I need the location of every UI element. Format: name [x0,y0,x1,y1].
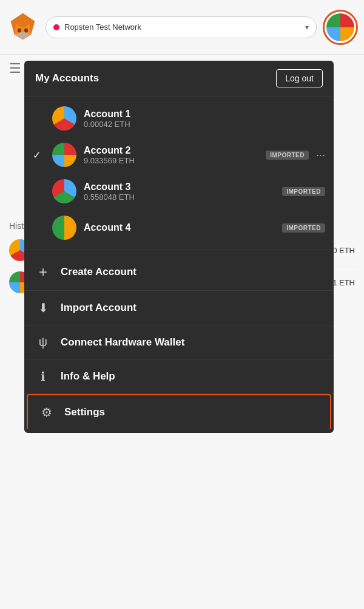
account-balance-2: 9.033569 ETH [84,156,258,165]
account-avatar-button[interactable] [323,10,358,45]
chevron-down-icon: ▾ [305,23,309,32]
avatar [326,13,354,41]
import-account-label: Import Account [61,302,136,314]
hamburger-icon[interactable]: ☰ [9,61,21,77]
account-list: Account 1 0.00042 ETH ✓ Account 2 9.0335… [24,97,334,250]
check-mark-4 [33,222,45,233]
settings-item[interactable]: ⚙ Settings [27,394,331,429]
top-bar: Ropsten Test Network ▾ [0,0,364,55]
network-status-dot [53,24,59,30]
accounts-overlay: My Accounts Log out Account 1 0.00042 ET… [24,61,334,433]
imported-badge-2: IMPORTED [266,151,309,160]
settings-label: Settings [64,406,105,418]
network-name: Ropsten Test Network [64,22,300,32]
import-account-icon: ⬇ [35,301,51,315]
account-item-4[interactable]: Account 4 IMPORTED [24,209,334,246]
imported-badge-4: IMPORTED [282,223,325,233]
info-help-label: Info & Help [61,370,115,383]
three-dots-2[interactable]: ··· [316,149,325,162]
account-info-4: Account 4 [84,222,275,233]
create-account-label: Create Account [61,266,136,278]
create-account-icon: + [35,264,51,281]
hardware-wallet-label: Connect Hardware Wallet [61,336,184,349]
metamask-logo [6,10,39,44]
check-mark-2: ✓ [33,149,45,161]
account-item-2[interactable]: ✓ Account 2 9.033569 ETH IMPORTED ··· [24,137,334,173]
account-info-2: Account 2 9.033569 ETH [84,145,258,165]
hardware-wallet-item[interactable]: ψ Connect Hardware Wallet [24,325,334,359]
import-account-item[interactable]: ⬇ Import Account [24,291,334,325]
avatar-2 [52,143,76,167]
account-balance-1: 0.00042 ETH [84,120,325,129]
settings-icon: ⚙ [39,405,55,420]
action-list: + Create Account ⬇ Import Account ψ Conn… [24,250,334,433]
account-item-1[interactable]: Account 1 0.00042 ETH [24,100,334,137]
overlay-title: My Accounts [35,72,99,84]
account-name-4: Account 4 [84,222,275,233]
create-account-item[interactable]: + Create Account [24,254,334,291]
network-selector[interactable]: Ropsten Test Network ▾ [46,16,317,38]
account-name-2: Account 2 [84,145,258,156]
info-icon: ℹ [35,369,51,384]
info-help-item[interactable]: ℹ Info & Help [24,359,334,394]
hardware-wallet-icon: ψ [35,335,51,349]
svg-point-10 [24,29,28,33]
account-name-3: Account 3 [84,182,275,192]
overlay-header: My Accounts Log out [24,61,334,97]
tx1-amount: -0 ETH [330,246,355,255]
avatar-4 [52,216,76,240]
logout-button[interactable]: Log out [276,69,323,87]
account-info-1: Account 1 0.00042 ETH [84,109,325,129]
account-balance-3: 0.558048 ETH [84,192,275,202]
check-mark-3 [33,186,45,197]
avatar-3 [52,179,76,203]
avatar-1 [52,106,76,131]
check-mark-1 [33,113,45,124]
svg-point-9 [18,29,21,33]
account-name-1: Account 1 [84,109,325,120]
imported-badge-3: IMPORTED [282,187,325,196]
account-info-3: Account 3 0.558048 ETH [84,182,275,202]
account-item-3[interactable]: Account 3 0.558048 ETH IMPORTED [24,173,334,209]
